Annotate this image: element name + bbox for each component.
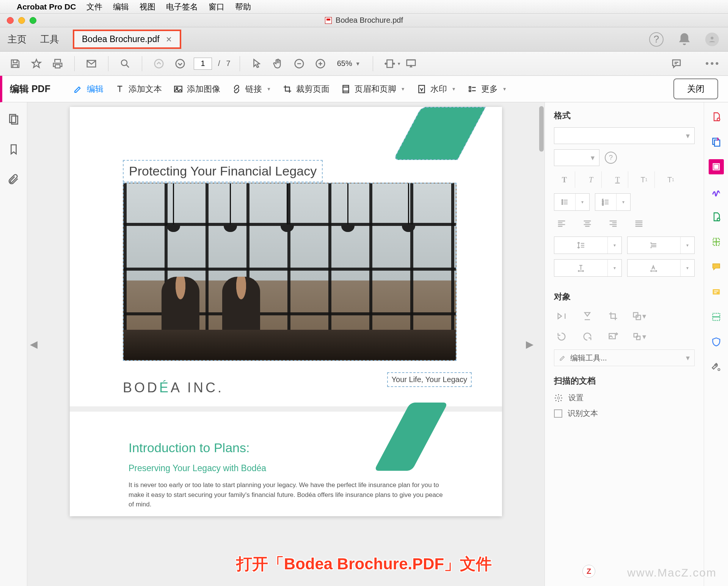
menu-esign[interactable]: 电子签名	[166, 2, 198, 12]
rotate-ccw-icon[interactable]	[554, 329, 569, 344]
more-button[interactable]: 更多▼	[468, 83, 507, 95]
save-icon[interactable]	[8, 56, 23, 71]
recognize-text-checkbox[interactable]: 识别文本	[554, 408, 695, 418]
align-objects-icon[interactable]: ▾	[631, 329, 646, 344]
close-window-icon[interactable]	[7, 17, 14, 24]
attachment-icon[interactable]	[8, 174, 20, 187]
page-up-icon[interactable]	[151, 56, 166, 71]
arrange-icon[interactable]: ▾	[631, 309, 646, 324]
bullet-list-icon[interactable]	[554, 194, 576, 210]
search-icon[interactable]	[118, 56, 133, 71]
replace-image-icon[interactable]	[606, 329, 621, 344]
presentation-icon[interactable]	[403, 56, 419, 71]
align-right-icon[interactable]	[606, 216, 621, 231]
print-icon[interactable]	[50, 56, 65, 71]
create-pdf-icon[interactable]	[709, 109, 724, 124]
bookmark-icon[interactable]	[8, 143, 20, 157]
sign-icon[interactable]	[709, 184, 724, 199]
edit-pdf-tool-icon[interactable]	[709, 159, 724, 174]
scrollbar-thumb[interactable]	[539, 106, 544, 152]
close-edit-button[interactable]: 关闭	[673, 78, 718, 99]
header-footer-button[interactable]: 页眉和页脚▼	[341, 83, 405, 95]
nav-home[interactable]: 主页	[8, 33, 27, 45]
crop-object-icon[interactable]	[606, 309, 621, 324]
format-help-icon[interactable]: ?	[605, 152, 617, 164]
hand-icon[interactable]	[270, 56, 286, 71]
align-center-icon[interactable]	[580, 216, 595, 231]
scan-ocr-icon[interactable]	[709, 309, 724, 324]
zoom-select[interactable]: 65% ▼	[334, 58, 364, 69]
flip-vertical-icon[interactable]	[580, 309, 595, 324]
crop-button[interactable]: 裁剪页面	[282, 83, 329, 95]
document-area[interactable]: ◀ ▶ Protecting Your Financial Legacy BOD…	[27, 102, 544, 586]
line-spacing-icon[interactable]	[554, 237, 608, 254]
pdf-page[interactable]: Protecting Your Financial Legacy BODÉA I…	[70, 107, 502, 516]
add-text-button[interactable]: 添加文本	[115, 83, 162, 95]
organize-pages-icon[interactable]	[709, 234, 724, 249]
flip-horizontal-icon[interactable]	[554, 309, 569, 324]
menu-window[interactable]: 窗口	[209, 2, 224, 12]
zoom-in-icon[interactable]	[313, 56, 328, 71]
menu-view[interactable]: 视图	[140, 2, 155, 12]
tab-active-document[interactable]: Bodea Brochure.pdf ✕	[73, 30, 181, 49]
page-number-input[interactable]	[194, 58, 212, 70]
page-down-icon[interactable]	[173, 56, 188, 71]
char-spacing-icon[interactable]	[628, 260, 681, 276]
mail-icon[interactable]	[84, 56, 99, 71]
font-size-select[interactable]: ▾	[554, 149, 599, 166]
superscript-icon[interactable]: T1	[634, 171, 655, 188]
link-button[interactable]: 链接▼	[232, 83, 271, 95]
thumbnails-icon[interactable]	[8, 113, 20, 127]
bold-icon[interactable]: T	[554, 171, 575, 188]
edit-tools-button[interactable]: 编辑工具... ▾	[554, 349, 695, 366]
intro-body-text[interactable]: It is never too early or too late to sta…	[129, 480, 447, 509]
subscript-icon[interactable]: T1	[660, 171, 681, 188]
bell-icon[interactable]	[677, 32, 692, 47]
numbered-list-icon[interactable]: 123	[595, 194, 617, 210]
italic-icon[interactable]: T	[581, 171, 602, 188]
maximize-window-icon[interactable]	[30, 17, 36, 24]
numbered-caret-icon[interactable]: ▾	[617, 194, 630, 210]
export-pdf-icon[interactable]	[709, 209, 724, 224]
pointer-icon[interactable]	[249, 56, 264, 71]
intro-heading[interactable]: Introduction to Plans:	[129, 440, 249, 455]
watermark-button[interactable]: 水印▼	[417, 83, 456, 95]
underline-icon[interactable]: T	[607, 171, 628, 188]
menu-file[interactable]: 文件	[86, 2, 102, 12]
paragraph-spacing-icon[interactable]	[628, 237, 681, 254]
align-left-icon[interactable]	[554, 216, 569, 231]
menu-edit[interactable]: 编辑	[113, 2, 129, 12]
tagline-text-box[interactable]: Your Life, Your Legacy	[387, 372, 472, 387]
help-icon[interactable]: ?	[649, 32, 664, 47]
edit-button[interactable]: 编辑	[73, 83, 104, 95]
nav-tools[interactable]: 工具	[40, 33, 59, 45]
combine-files-icon[interactable]	[709, 134, 724, 149]
star-icon[interactable]	[29, 56, 44, 71]
bullet-caret-icon[interactable]: ▾	[576, 194, 589, 210]
more-tools-icon[interactable]	[709, 359, 724, 374]
prev-page-arrow-icon[interactable]: ◀	[30, 333, 38, 356]
fit-width-icon[interactable]: ▼	[382, 56, 397, 71]
minimize-window-icon[interactable]	[18, 17, 25, 24]
zoom-out-icon[interactable]	[292, 56, 307, 71]
protect-icon[interactable]	[709, 334, 724, 349]
more-icon[interactable]: •••	[705, 56, 720, 71]
rotate-cw-icon[interactable]	[580, 329, 595, 344]
comment-tool-icon[interactable]	[709, 259, 724, 274]
user-avatar-icon[interactable]	[705, 33, 719, 46]
checkbox-icon[interactable]	[554, 409, 562, 418]
settings-button[interactable]: 设置	[554, 393, 695, 403]
comment-icon[interactable]	[669, 56, 684, 71]
font-family-select[interactable]: ▾	[554, 127, 695, 144]
add-image-button[interactable]: 添加图像	[173, 83, 220, 95]
fill-sign-icon[interactable]	[709, 284, 724, 299]
image-box[interactable]	[123, 183, 457, 361]
menu-help[interactable]: 帮助	[235, 2, 251, 12]
close-tab-icon[interactable]: ✕	[166, 35, 172, 44]
horizontal-scale-icon[interactable]	[554, 260, 608, 276]
align-justify-icon[interactable]	[631, 216, 646, 231]
next-page-arrow-icon[interactable]: ▶	[526, 333, 534, 356]
heading-text-box[interactable]: Protecting Your Financial Legacy	[123, 160, 323, 182]
app-name[interactable]: Acrobat Pro DC	[17, 2, 76, 11]
intro-subheading[interactable]: Preserving Your Legacy with Bodéa	[129, 463, 266, 473]
